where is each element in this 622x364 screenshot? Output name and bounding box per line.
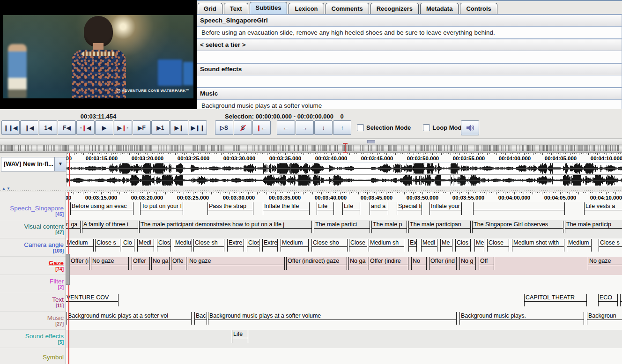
annotation[interactable]: Bac (194, 312, 207, 325)
scroll-right-button[interactable]: → (296, 120, 314, 135)
annotation[interactable]: Offer (132, 257, 150, 270)
annotation[interactable]: Background music plays at a softer volum… (208, 312, 457, 325)
annotation[interactable] (620, 294, 622, 306)
annotation[interactable]: To put on your l (140, 202, 183, 215)
annotation[interactable]: Close s (599, 239, 622, 252)
pixel-right-button[interactable]: ▶❙- (114, 120, 132, 135)
annotation[interactable]: Close sh (193, 239, 224, 252)
second-left-button[interactable]: 1◀ (39, 120, 57, 135)
annotation[interactable]: Special li (397, 202, 422, 215)
annotation[interactable]: Offe (171, 257, 186, 270)
tier-label-text[interactable]: Text[11] (0, 293, 66, 312)
annotation[interactable]: Me (440, 239, 452, 252)
annotation[interactable]: Medium (66, 239, 94, 252)
annotation[interactable]: Medium (281, 239, 309, 252)
annotation[interactable]: No ga (151, 257, 170, 270)
annotation[interactable]: Inflate the life (263, 202, 310, 215)
annotation[interactable]: Life (317, 202, 334, 215)
annotation[interactable]: Close s (95, 239, 120, 252)
tab-recognizers[interactable]: Recognizers (370, 3, 419, 14)
tier-scrollbar-thumb[interactable] (66, 254, 70, 285)
subtitle-header-0[interactable]: Speech_SingaporeGirl (197, 14, 622, 26)
annotation[interactable] (473, 202, 565, 215)
annotation[interactable]: No g (459, 257, 476, 270)
annotation-density-bar[interactable] (0, 144, 622, 153)
annotation[interactable]: Medium sh (369, 239, 404, 252)
annotation[interactable]: Me (474, 239, 484, 252)
tier-label-sound-effects[interactable]: Sound effects[5] (0, 330, 66, 348)
annotation[interactable]: The male participant demonstrates how to… (139, 221, 312, 233)
scroll-left-button[interactable]: ← (277, 120, 295, 135)
next-scrollview-button[interactable]: ▶❙ (170, 120, 188, 135)
annotation[interactable]: Offer (ind (429, 257, 457, 270)
annotation[interactable]: Close (487, 239, 509, 252)
tab-text[interactable]: Text (224, 3, 248, 14)
annotation[interactable]: Close sho (311, 239, 348, 252)
tier-label-visual-content[interactable]: Visual content[47] (0, 220, 66, 238)
pixel-left-button[interactable]: -❙◀ (76, 120, 95, 135)
annotation[interactable]: Background music plays. (459, 312, 584, 325)
active-annotation-up-button[interactable]: ↑ (333, 120, 351, 135)
tab-controls[interactable]: Controls (460, 3, 497, 14)
annotation[interactable]: VENTURE COV (66, 294, 118, 306)
timeline-area[interactable]: 00:03:10.00000:03:15.00000:03:20.00000:0… (66, 192, 622, 364)
tab-lexicon[interactable]: Lexicon (289, 3, 324, 14)
tab-subtitles[interactable]: Subtitles (250, 2, 288, 14)
crosshair-to-selection-button[interactable]: ❙← (252, 120, 271, 135)
annotation[interactable]: Backgroun (587, 312, 622, 325)
annotation[interactable]: The male particip (565, 221, 622, 233)
previous-scrollview-button[interactable]: ❙◀ (20, 120, 38, 135)
clear-selection-button[interactable]: S (234, 120, 252, 135)
waveform-viewer[interactable]: 00:03:10.00000:03:15.00000:03:20.00000:0… (66, 153, 622, 186)
annotation[interactable]: Medi (137, 239, 154, 252)
annotation[interactable]: A family of three i (82, 221, 138, 233)
annotation[interactable]: and a (370, 202, 388, 215)
timeline-ruler[interactable]: 00:03:10.00000:03:15.00000:03:20.00000:0… (66, 192, 622, 202)
annotation[interactable]: ECO (598, 294, 618, 306)
annotation[interactable]: Medium (567, 239, 592, 252)
annotation[interactable]: Extre (227, 239, 244, 252)
annotation[interactable]: Pass the strap (207, 202, 253, 215)
frame-backward-button[interactable]: F◀ (58, 120, 76, 135)
annotation[interactable]: No ga (348, 257, 367, 270)
tier-label-music[interactable]: Music[27] (0, 312, 66, 330)
play-selection-button[interactable]: ▷S (215, 120, 233, 135)
go-to-begin-button[interactable]: ❙❙◀ (1, 120, 20, 135)
annotation[interactable]: The male participan (408, 221, 471, 233)
annotation[interactable]: No (411, 257, 427, 270)
wav-source-selector[interactable]: [WAV] New In-fl... ▼ (1, 157, 67, 171)
tab-metadata[interactable]: Metadata (420, 3, 459, 14)
tab-grid[interactable]: Grid (198, 3, 222, 14)
video-player[interactable]: ADVENTURE COVE WATERPARK™ (0, 0, 197, 109)
annotation[interactable]: Clos (157, 239, 171, 252)
tier-label-symbol[interactable]: Symbol (0, 348, 66, 364)
annotation[interactable]: No gaze (91, 257, 129, 270)
chevron-down-icon[interactable]: ▼ (54, 157, 66, 171)
annotation[interactable]: Offer (i (69, 257, 89, 270)
annotation[interactable]: Offer (indirect) gaze (286, 257, 347, 270)
annotation[interactable]: Inflate your li (429, 202, 462, 215)
annotation[interactable]: The Singapore Girl observes (472, 221, 563, 233)
annotation[interactable]: Life (232, 330, 248, 343)
annotation[interactable]: Off (479, 257, 494, 270)
annotation[interactable]: Clos (455, 239, 471, 252)
divider-handle[interactable] (367, 140, 375, 143)
annotation[interactable]: Offer (indire (369, 257, 408, 270)
annotation[interactable]: Life (342, 202, 360, 215)
annotation[interactable]: The male partici (314, 221, 370, 233)
checkbox-icon[interactable] (357, 124, 364, 131)
annotation[interactable]: Medium shot with (512, 239, 564, 252)
annotation[interactable]: Close (349, 239, 367, 252)
annotation[interactable]: Before using an evac (70, 202, 133, 215)
tier-label-speech-singapore[interactable]: Speech_Singapore[45] (0, 202, 66, 220)
annotation[interactable]: Background music plays at a softer vol (67, 312, 192, 325)
loop-mode-checkbox[interactable]: Loop Mode (423, 120, 465, 134)
selection-mode-checkbox[interactable]: Selection Mode (357, 120, 411, 134)
tier-label-filter[interactable]: Filter[2] (0, 275, 66, 293)
annotation[interactable]: No gaze (588, 257, 622, 270)
subtitle-header-2[interactable]: < select a tier > (197, 38, 622, 51)
waveform-time-ruler[interactable]: 00:03:10.00000:03:15.00000:03:20.00000:0… (67, 153, 622, 163)
play-button[interactable]: ▶ (95, 120, 113, 135)
subtitle-header-6[interactable]: Music (197, 87, 622, 99)
frame-forward-button[interactable]: ▶F (133, 120, 151, 135)
